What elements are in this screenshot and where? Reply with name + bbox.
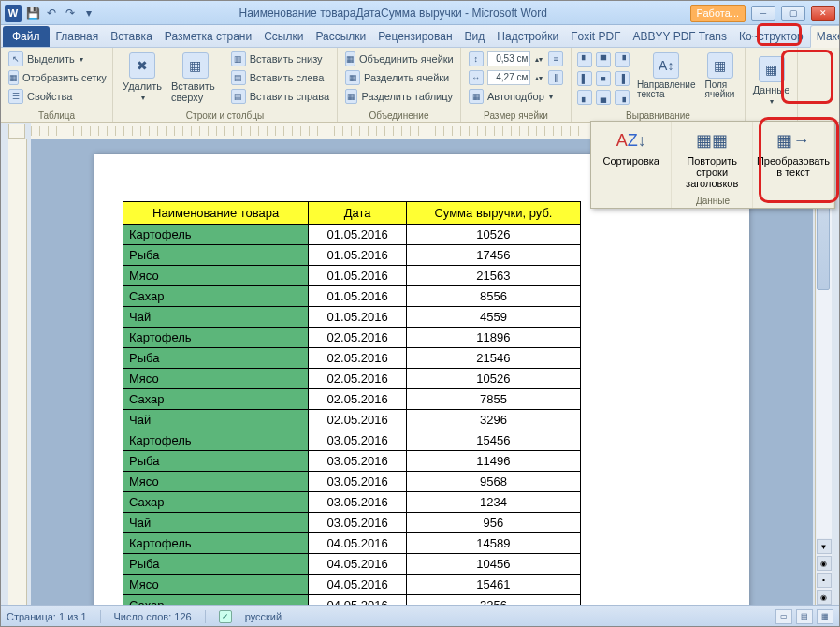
table-cell[interactable]: 4559 [406,307,580,328]
table-cell[interactable]: Сахар [123,492,309,513]
table-cell[interactable]: Чай [123,513,309,533]
next-page-icon[interactable]: ◉ [817,590,832,605]
table-cell[interactable]: 01.05.2016 [309,225,407,245]
table-row[interactable]: Мясо02.05.201610526 [123,369,581,389]
insert-right-button[interactable]: ▤Вставить справа [229,88,331,105]
table-cell[interactable]: 11496 [406,451,580,472]
table-cell[interactable]: 14589 [406,533,580,554]
table-cell[interactable]: 02.05.2016 [309,348,407,369]
table-cell[interactable]: 21546 [406,348,580,369]
table-row[interactable]: Рыба03.05.201611496 [123,451,581,472]
table-row[interactable]: Картофель04.05.201614589 [123,533,581,554]
close-button[interactable]: ✕ [811,6,835,21]
table-cell[interactable]: Рыба [123,451,309,472]
table-row[interactable]: Чай02.05.20163296 [123,410,581,430]
scroll-down-icon[interactable]: ▼ [817,539,832,554]
table-cell[interactable]: Сахар [123,286,309,307]
align-ml-icon[interactable]: ▌ [577,71,592,86]
align-bc-icon[interactable]: ▄ [596,90,611,105]
properties-button[interactable]: ☰Свойства [7,88,107,105]
table-cell[interactable]: 8556 [406,286,580,307]
align-tc-icon[interactable]: ▀ [596,52,611,67]
split-cells-button[interactable]: ▦Разделить ячейки [343,69,455,86]
table-cell[interactable]: Мясо [123,369,309,389]
table-row[interactable]: Чай03.05.2016956 [123,513,581,533]
tab-insert[interactable]: Вставка [105,26,158,47]
table-cell[interactable]: 10526 [406,225,580,245]
page-indicator[interactable]: Страница: 1 из 1 [7,611,87,622]
table-row[interactable]: Сахар04.05.20163256 [123,595,581,606]
table-cell[interactable]: Чай [123,410,309,430]
show-grid-button[interactable]: ▦Отобразить сетку [7,69,107,86]
spellcheck-icon[interactable]: ✓ [219,610,232,623]
table-row[interactable]: Рыба02.05.201621546 [123,348,581,369]
table-cell[interactable]: 01.05.2016 [309,245,407,266]
table-cell[interactable]: Сахар [123,389,309,410]
table-header[interactable]: Сумма выручки, руб. [406,202,580,225]
table-cell[interactable]: Чай [123,307,309,328]
tab-references[interactable]: Ссылки [258,26,309,47]
table-cell[interactable]: 03.05.2016 [309,492,407,513]
minimize-button[interactable]: ─ [751,6,775,21]
tab-abbyy[interactable]: ABBYY PDF Trans [628,26,732,47]
tab-mailings[interactable]: Рассылки [310,26,371,47]
data-table[interactable]: Наименование товараДатаСумма выручки, ру… [123,201,581,605]
table-cell[interactable]: Картофель [123,328,309,348]
save-icon[interactable]: 💾 [25,6,40,21]
vertical-ruler[interactable] [8,139,27,605]
table-cell[interactable]: 3256 [406,595,580,606]
table-cell[interactable]: 9568 [406,472,580,492]
undo-icon[interactable]: ↶ [44,6,59,21]
tab-layout[interactable]: Макет [810,25,840,48]
qat-customize-icon[interactable]: ▾ [81,6,96,21]
table-cell[interactable]: 10456 [406,554,580,575]
table-row[interactable]: Рыба01.05.201617456 [123,245,581,266]
align-bl-icon[interactable]: ▖ [577,90,592,105]
table-cell[interactable]: Мясо [123,266,309,286]
table-row[interactable]: Рыба04.05.201610456 [123,554,581,575]
align-mc-icon[interactable]: ■ [596,71,611,86]
align-mr-icon[interactable]: ▐ [615,71,630,86]
text-direction-button[interactable]: A↕ Направление текста [633,51,699,109]
table-cell[interactable]: 956 [406,513,580,533]
table-row[interactable]: Мясо01.05.201621563 [123,266,581,286]
document-viewport[interactable]: Наименование товараДатаСумма выручки, ру… [31,139,813,605]
table-cell[interactable]: 04.05.2016 [309,595,407,606]
word-count[interactable]: Число слов: 126 [114,611,192,622]
table-row[interactable]: Мясо04.05.201615461 [123,575,581,595]
table-row[interactable]: Картофель03.05.201615456 [123,430,581,451]
table-cell[interactable]: 02.05.2016 [309,410,407,430]
table-row[interactable]: Сахар01.05.20168556 [123,286,581,307]
col-width-input[interactable]: ↔4,27 см▴▾‖ [467,69,565,86]
tab-view[interactable]: Вид [459,26,491,47]
table-cell[interactable]: 15456 [406,430,580,451]
prev-page-icon[interactable]: ◉ [817,556,832,571]
table-cell[interactable]: 3296 [406,410,580,430]
table-row[interactable]: Мясо03.05.20169568 [123,472,581,492]
align-tr-icon[interactable]: ▝ [615,52,630,67]
table-row[interactable]: Сахар03.05.20161234 [123,492,581,513]
table-cell[interactable]: 11896 [406,328,580,348]
redo-icon[interactable]: ↷ [63,6,78,21]
table-header[interactable]: Наименование товара [123,202,309,225]
table-cell[interactable]: Рыба [123,554,309,575]
split-table-button[interactable]: ▦Разделить таблицу [343,88,455,105]
table-cell[interactable]: Рыба [123,348,309,369]
table-cell[interactable]: 7855 [406,389,580,410]
table-row[interactable]: Сахар02.05.20167855 [123,389,581,410]
delete-button[interactable]: ✖ Удалить▾ [119,51,166,104]
insert-above-button[interactable]: ▦ Вставить сверху [167,51,224,105]
view-print-icon[interactable]: ▭ [775,609,792,624]
table-cell[interactable]: Мясо [123,472,309,492]
insert-below-button[interactable]: ▥Вставить снизу [229,51,331,67]
align-tl-icon[interactable]: ▘ [577,52,592,67]
insert-left-button[interactable]: ▤Вставить слева [229,69,331,86]
dist-cols-icon[interactable]: ‖ [548,70,563,85]
view-web-icon[interactable]: ▦ [817,609,833,624]
table-cell[interactable]: 17456 [406,245,580,266]
table-cell[interactable]: Сахар [123,595,309,606]
table-row[interactable]: Картофель01.05.201610526 [123,225,581,245]
table-cell[interactable]: 02.05.2016 [309,389,407,410]
align-br-icon[interactable]: ▗ [615,90,630,105]
autofit-button[interactable]: ▦Автоподбор▾ [467,88,565,105]
